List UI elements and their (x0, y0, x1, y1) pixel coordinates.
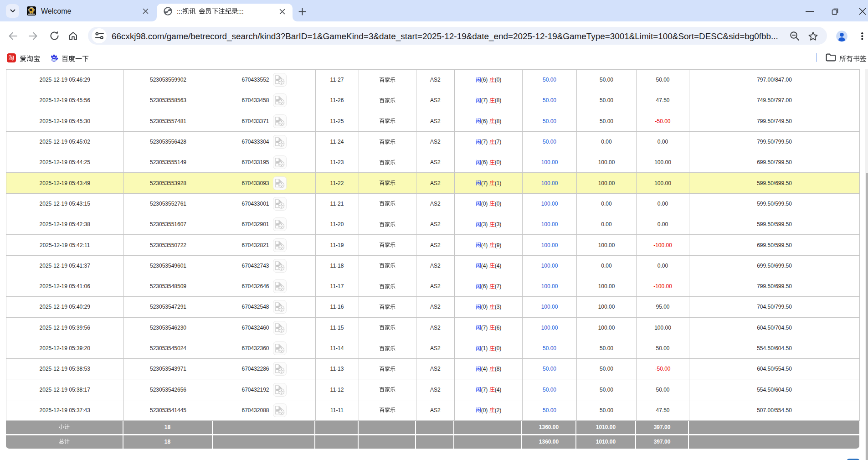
svg-text:du: du (52, 58, 56, 62)
